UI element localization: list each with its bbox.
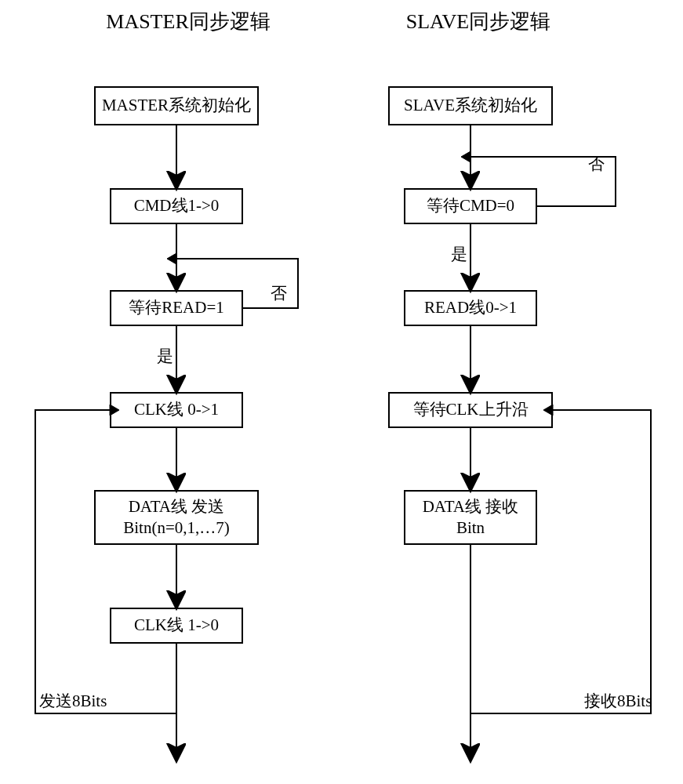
master-clk-01-box: CLK线 0->1 — [110, 392, 243, 428]
slave-wait-cmd-box: 等待CMD=0 — [404, 188, 537, 224]
svg-marker-14 — [461, 151, 470, 162]
slave-read-01-box: READ线0->1 — [404, 290, 537, 326]
master-data-send-box: DATA线 发送 Bitn(n=0,1,…7) — [94, 490, 259, 545]
master-yes-label: 是 — [157, 345, 173, 367]
slave-yes-label: 是 — [451, 243, 467, 265]
slave-loop-label: 接收8Bits — [584, 690, 652, 712]
slave-wait-clk-box: 等待CLK上升沿 — [388, 392, 553, 428]
master-init-box: MASTER系统初始化 — [94, 86, 259, 125]
master-title: MASTER同步逻辑 — [102, 8, 274, 35]
slave-init-box: SLAVE系统初始化 — [388, 86, 553, 125]
master-wait-read-box: 等待READ=1 — [110, 290, 243, 326]
master-loop-label: 发送8Bits — [39, 690, 107, 712]
slave-title: SLAVE同步逻辑 — [392, 8, 565, 35]
master-cmd-box: CMD线1->0 — [110, 188, 243, 224]
master-clk-10-box: CLK线 1->0 — [110, 608, 243, 644]
svg-marker-7 — [167, 253, 176, 264]
slave-no-label: 否 — [588, 153, 605, 175]
slave-data-recv-box: DATA线 接收 Bitn — [404, 490, 537, 545]
master-no-label: 否 — [271, 282, 287, 304]
